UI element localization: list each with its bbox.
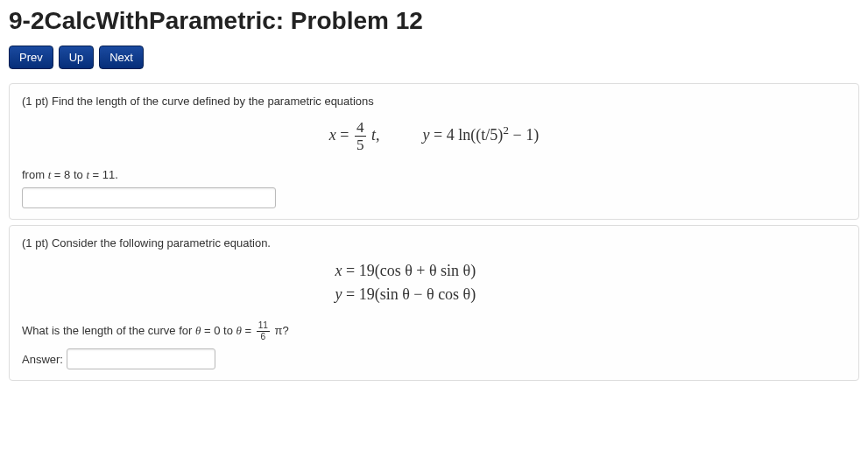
eq-y-exp: 2: [503, 123, 509, 137]
from-period: .: [115, 168, 118, 181]
q-text-a: What is the length of the curve for: [22, 324, 195, 337]
problem-1-range: from t = 8 to t = 11.: [22, 168, 846, 182]
eq-x-fraction: 4 5: [355, 120, 366, 152]
p2-eq1-lhs: x: [335, 262, 342, 279]
eq-y-body: 4 ln((t/5): [447, 126, 504, 144]
nav-button-row: Prev Up Next: [0, 46, 868, 78]
problem-1-answer-input[interactable]: [22, 187, 276, 208]
problem-2-answer-input[interactable]: [67, 348, 215, 369]
p2-eq2-lhs: y: [335, 285, 342, 303]
frac-num: 4: [355, 120, 366, 137]
p2-eq2-eq: =: [342, 285, 359, 303]
eq2-line2: y = 19(sin θ − θ cos θ): [335, 285, 846, 304]
up-button[interactable]: Up: [59, 46, 95, 69]
prev-button[interactable]: Prev: [9, 46, 53, 69]
problem-1-prompt: (1 pt) Find the length of the curve defi…: [22, 95, 846, 108]
q-frac-den: 6: [257, 332, 270, 341]
problem-2-box: (1 pt) Consider the following parametric…: [9, 225, 859, 381]
p2-eq1-rhs: 19(cos θ + θ sin θ): [359, 262, 476, 279]
eq-y-tail: − 1): [509, 126, 539, 144]
q-fraction: 116: [257, 321, 270, 341]
answer-label: Answer:: [22, 353, 63, 366]
frac-den: 5: [355, 137, 366, 152]
from-text-a: from: [22, 168, 48, 181]
next-button[interactable]: Next: [99, 46, 144, 69]
q-eq1: = 0: [201, 324, 220, 337]
eq-y-eq: =: [434, 126, 442, 144]
eq-x-lhs: x: [329, 126, 336, 144]
q-eq2: =: [242, 324, 255, 337]
q-text-b: to: [220, 324, 236, 337]
problem-2-answer-row: Answer:: [22, 348, 846, 369]
problem-2-question: What is the length of the curve for θ = …: [22, 321, 846, 341]
problem-2-equations: x = 19(cos θ + θ sin θ) y = 19(sin θ − θ…: [22, 262, 846, 304]
page-title: 9-2CalcWithParametric: Problem 12: [0, 0, 868, 46]
eq-x-comma: ,: [376, 126, 380, 144]
q-frac-num: 11: [257, 321, 270, 332]
eq2-line1: x = 19(cos θ + θ sin θ): [335, 262, 846, 280]
q-pi: π?: [272, 324, 289, 337]
from-eq2: = 11: [89, 168, 115, 181]
eq-y-lhs: y: [423, 126, 430, 144]
from-text-b: to: [70, 168, 86, 181]
problem-1-equations: x = 4 5 t, y = 4 ln((t/5)2 − 1): [22, 120, 846, 152]
problem-2-prompt: (1 pt) Consider the following parametric…: [22, 236, 846, 250]
problem-1-box: (1 pt) Find the length of the curve defi…: [9, 83, 859, 220]
from-eq1: = 8: [51, 168, 70, 181]
p2-eq1-eq: =: [342, 262, 359, 279]
eq-x-eq: =: [340, 126, 349, 144]
p2-eq2-rhs: 19(sin θ − θ cos θ): [359, 285, 476, 303]
